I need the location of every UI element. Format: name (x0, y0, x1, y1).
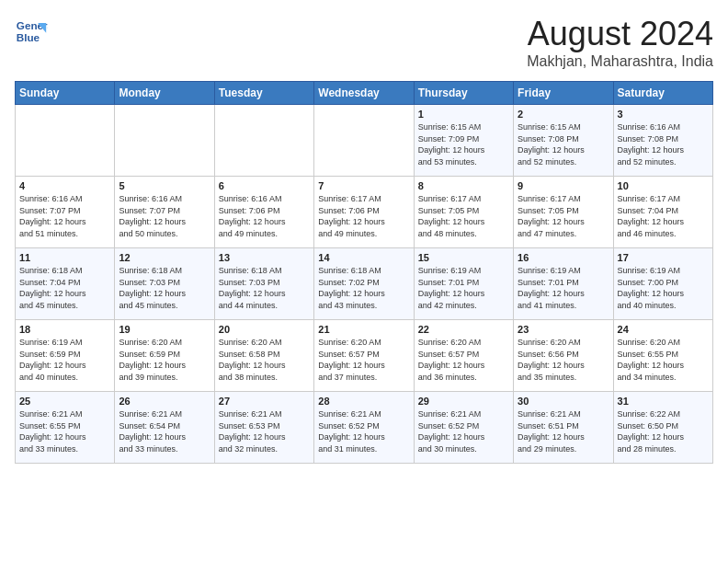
calendar-cell: 23Sunrise: 6:20 AM Sunset: 6:56 PM Dayli… (514, 320, 613, 392)
calendar-cell: 8Sunrise: 6:17 AM Sunset: 7:05 PM Daylig… (414, 177, 513, 248)
day-info: Sunrise: 6:20 AM Sunset: 6:58 PM Dayligh… (219, 337, 310, 383)
day-info: Sunrise: 6:16 AM Sunset: 7:07 PM Dayligh… (19, 193, 110, 239)
calendar-cell: 15Sunrise: 6:19 AM Sunset: 7:01 PM Dayli… (414, 248, 513, 320)
day-number: 24 (618, 324, 709, 335)
day-info: Sunrise: 6:17 AM Sunset: 7:04 PM Dayligh… (618, 193, 709, 239)
days-header-row: SundayMondayTuesdayWednesdayThursdayFrid… (16, 82, 713, 105)
calendar-cell: 13Sunrise: 6:18 AM Sunset: 7:03 PM Dayli… (214, 248, 313, 320)
day-info: Sunrise: 6:20 AM Sunset: 6:57 PM Dayligh… (418, 337, 509, 383)
calendar-cell: 9Sunrise: 6:17 AM Sunset: 7:05 PM Daylig… (514, 177, 613, 248)
calendar-cell: 27Sunrise: 6:21 AM Sunset: 6:53 PM Dayli… (214, 392, 313, 464)
day-header-sunday: Sunday (16, 82, 115, 105)
day-info: Sunrise: 6:16 AM Sunset: 7:06 PM Dayligh… (219, 193, 310, 239)
day-header-tuesday: Tuesday (214, 82, 313, 105)
calendar-cell: 4Sunrise: 6:16 AM Sunset: 7:07 PM Daylig… (16, 177, 115, 248)
calendar-cell: 30Sunrise: 6:21 AM Sunset: 6:51 PM Dayli… (514, 392, 613, 464)
week-row-2: 4Sunrise: 6:16 AM Sunset: 7:07 PM Daylig… (16, 177, 713, 248)
day-number: 2 (518, 109, 609, 120)
calendar-cell: 7Sunrise: 6:17 AM Sunset: 7:06 PM Daylig… (314, 177, 414, 248)
calendar-cell: 19Sunrise: 6:20 AM Sunset: 6:59 PM Dayli… (115, 320, 214, 392)
day-number: 10 (618, 180, 709, 191)
day-number: 22 (418, 324, 509, 335)
calendar-cell: 6Sunrise: 6:16 AM Sunset: 7:06 PM Daylig… (214, 177, 313, 248)
day-number: 11 (19, 252, 110, 263)
day-header-thursday: Thursday (414, 82, 513, 105)
week-row-5: 25Sunrise: 6:21 AM Sunset: 6:55 PM Dayli… (16, 392, 713, 464)
day-number: 18 (19, 324, 110, 335)
day-info: Sunrise: 6:20 AM Sunset: 6:59 PM Dayligh… (119, 337, 210, 383)
day-info: Sunrise: 6:20 AM Sunset: 6:57 PM Dayligh… (318, 337, 409, 383)
day-info: Sunrise: 6:17 AM Sunset: 7:05 PM Dayligh… (518, 193, 609, 239)
day-number: 14 (318, 252, 409, 263)
calendar-cell: 12Sunrise: 6:18 AM Sunset: 7:03 PM Dayli… (115, 248, 214, 320)
day-number: 12 (119, 252, 210, 263)
day-number: 3 (618, 109, 709, 120)
day-info: Sunrise: 6:21 AM Sunset: 6:53 PM Dayligh… (219, 408, 310, 454)
day-info: Sunrise: 6:18 AM Sunset: 7:03 PM Dayligh… (119, 265, 210, 311)
calendar-cell (115, 105, 214, 177)
location: Makhjan, Maharashtra, India (527, 53, 713, 70)
day-number: 7 (318, 180, 409, 191)
calendar-cell (214, 105, 313, 177)
calendar-cell (314, 105, 414, 177)
day-number: 25 (19, 396, 110, 407)
day-header-wednesday: Wednesday (314, 82, 414, 105)
day-info: Sunrise: 6:18 AM Sunset: 7:03 PM Dayligh… (219, 265, 310, 311)
day-number: 21 (318, 324, 409, 335)
week-row-4: 18Sunrise: 6:19 AM Sunset: 6:59 PM Dayli… (16, 320, 713, 392)
calendar-cell: 18Sunrise: 6:19 AM Sunset: 6:59 PM Dayli… (16, 320, 115, 392)
calendar-cell: 11Sunrise: 6:18 AM Sunset: 7:04 PM Dayli… (16, 248, 115, 320)
general-blue-logo-icon: General Blue (15, 15, 48, 48)
calendar-cell: 17Sunrise: 6:19 AM Sunset: 7:00 PM Dayli… (613, 248, 712, 320)
calendar-cell (16, 105, 115, 177)
calendar-cell: 25Sunrise: 6:21 AM Sunset: 6:55 PM Dayli… (16, 392, 115, 464)
calendar-cell: 16Sunrise: 6:19 AM Sunset: 7:01 PM Dayli… (514, 248, 613, 320)
day-number: 4 (19, 180, 110, 191)
calendar-cell: 20Sunrise: 6:20 AM Sunset: 6:58 PM Dayli… (214, 320, 313, 392)
day-header-saturday: Saturday (613, 82, 712, 105)
day-info: Sunrise: 6:20 AM Sunset: 6:56 PM Dayligh… (518, 337, 609, 383)
day-info: Sunrise: 6:18 AM Sunset: 7:02 PM Dayligh… (318, 265, 409, 311)
title-block: August 2024 Makhjan, Maharashtra, India (527, 15, 713, 70)
day-header-friday: Friday (514, 82, 613, 105)
day-info: Sunrise: 6:15 AM Sunset: 7:08 PM Dayligh… (518, 121, 609, 167)
day-number: 19 (119, 324, 210, 335)
calendar-cell: 31Sunrise: 6:22 AM Sunset: 6:50 PM Dayli… (613, 392, 712, 464)
day-info: Sunrise: 6:19 AM Sunset: 7:01 PM Dayligh… (418, 265, 509, 311)
calendar-cell: 29Sunrise: 6:21 AM Sunset: 6:52 PM Dayli… (414, 392, 513, 464)
month-year: August 2024 (527, 15, 713, 53)
calendar-cell: 14Sunrise: 6:18 AM Sunset: 7:02 PM Dayli… (314, 248, 414, 320)
calendar-cell: 5Sunrise: 6:16 AM Sunset: 7:07 PM Daylig… (115, 177, 214, 248)
day-info: Sunrise: 6:16 AM Sunset: 7:08 PM Dayligh… (618, 121, 709, 167)
day-info: Sunrise: 6:21 AM Sunset: 6:52 PM Dayligh… (318, 408, 409, 454)
calendar-cell: 22Sunrise: 6:20 AM Sunset: 6:57 PM Dayli… (414, 320, 513, 392)
day-info: Sunrise: 6:19 AM Sunset: 7:01 PM Dayligh… (518, 265, 609, 311)
day-number: 31 (618, 396, 709, 407)
day-info: Sunrise: 6:18 AM Sunset: 7:04 PM Dayligh… (19, 265, 110, 311)
day-number: 23 (518, 324, 609, 335)
day-header-monday: Monday (115, 82, 214, 105)
day-info: Sunrise: 6:20 AM Sunset: 6:55 PM Dayligh… (618, 337, 709, 383)
svg-text:Blue: Blue (17, 31, 40, 43)
calendar-cell: 26Sunrise: 6:21 AM Sunset: 6:54 PM Dayli… (115, 392, 214, 464)
week-row-3: 11Sunrise: 6:18 AM Sunset: 7:04 PM Dayli… (16, 248, 713, 320)
day-number: 9 (518, 180, 609, 191)
day-info: Sunrise: 6:21 AM Sunset: 6:51 PM Dayligh… (518, 408, 609, 454)
day-number: 26 (119, 396, 210, 407)
day-number: 8 (418, 180, 509, 191)
calendar-cell: 10Sunrise: 6:17 AM Sunset: 7:04 PM Dayli… (613, 177, 712, 248)
day-number: 1 (418, 109, 509, 120)
day-info: Sunrise: 6:17 AM Sunset: 7:06 PM Dayligh… (318, 193, 409, 239)
day-info: Sunrise: 6:21 AM Sunset: 6:52 PM Dayligh… (418, 408, 509, 454)
day-number: 28 (318, 396, 409, 407)
day-number: 5 (119, 180, 210, 191)
calendar-table: SundayMondayTuesdayWednesdayThursdayFrid… (15, 81, 713, 464)
calendar-cell: 24Sunrise: 6:20 AM Sunset: 6:55 PM Dayli… (613, 320, 712, 392)
calendar-cell: 3Sunrise: 6:16 AM Sunset: 7:08 PM Daylig… (613, 105, 712, 177)
calendar-cell: 2Sunrise: 6:15 AM Sunset: 7:08 PM Daylig… (514, 105, 613, 177)
day-number: 30 (518, 396, 609, 407)
week-row-1: 1Sunrise: 6:15 AM Sunset: 7:09 PM Daylig… (16, 105, 713, 177)
header: General Blue August 2024 Makhjan, Mahara… (15, 15, 713, 70)
day-info: Sunrise: 6:21 AM Sunset: 6:54 PM Dayligh… (119, 408, 210, 454)
day-number: 29 (418, 396, 509, 407)
